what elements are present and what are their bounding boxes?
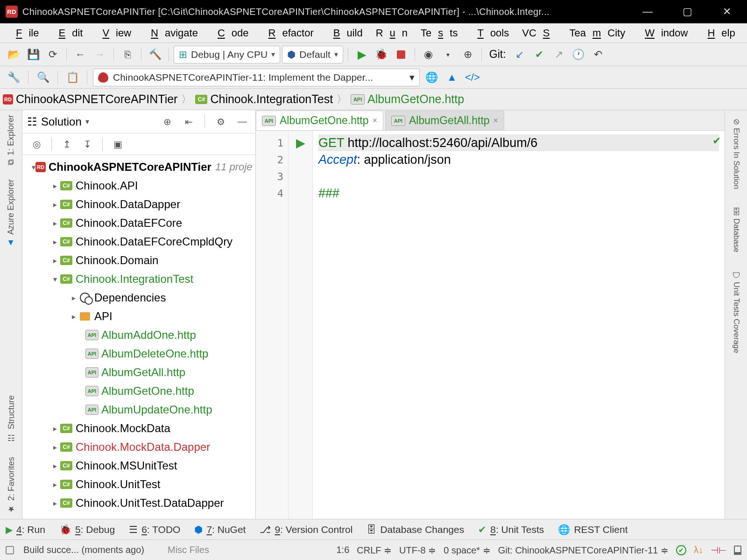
tree-item[interactable]: ▸C#Chinook.UnitTest [22, 475, 255, 494]
git-push-icon[interactable]: ↗ [550, 46, 568, 63]
tool-azure[interactable]: ▲Azure Explorer [6, 179, 16, 248]
run-line-icon[interactable]: ▶ [289, 134, 312, 151]
tool-debug[interactable]: 🐞5: Debug [59, 524, 115, 535]
status-indent[interactable]: 0 space* ≑ [444, 545, 490, 556]
breadcrumb-root[interactable]: RD ChinookASPNETCoreAPINTier [3, 92, 177, 106]
git-revert-icon[interactable]: ↶ [589, 46, 607, 63]
tree-file[interactable]: APIAlbumGetOne.http [22, 382, 255, 400]
menu-window[interactable]: Window [632, 27, 694, 39]
tool-explorer[interactable]: ⧉1: Explorer [6, 115, 16, 165]
stop-icon[interactable] [392, 46, 410, 63]
tree-file[interactable]: APIAlbumDeleteOne.http [22, 344, 255, 363]
menu-help[interactable]: Help [694, 27, 741, 39]
azure-icon[interactable]: ▲ [443, 69, 461, 86]
tool-favorites[interactable]: ★2: Favorites [6, 457, 16, 514]
tree-file[interactable]: APIAlbumUpdateOne.http [22, 400, 255, 419]
tree-item[interactable]: ▸C#Chinook.API [22, 176, 255, 195]
dropdown-icon[interactable]: ▾ [439, 46, 457, 63]
menu-view[interactable]: View [89, 27, 138, 39]
git-update-icon[interactable]: ↙ [511, 46, 529, 63]
tree-file[interactable]: APIAlbumAddOne.http [22, 326, 255, 344]
menu-tools[interactable]: Tools [464, 27, 515, 39]
tab-other[interactable]: API AlbumGetAll.http × [385, 111, 504, 130]
menu-build[interactable]: Build [320, 27, 369, 39]
status-position[interactable]: 1:6 [336, 545, 349, 555]
save-icon[interactable]: 💾 [24, 46, 42, 63]
debug-icon[interactable]: 🐞 [373, 46, 390, 63]
attach-icon[interactable]: ⊕ [459, 46, 477, 63]
run-config-dropdown[interactable]: ChinookASPNETCoreAPINTier-11: Implement … [93, 69, 420, 86]
collapse-icon[interactable]: ⇤ [180, 113, 197, 130]
globe-icon[interactable]: 🌐 [423, 69, 440, 86]
status-git-branch[interactable]: Git: ChinookASPNETCoreAPINTier-11 ≑ [498, 545, 669, 556]
tree-item[interactable]: ▸C#Chinook.DataDapper [22, 195, 255, 214]
menu-code[interactable]: Code [204, 27, 255, 39]
wrench-icon[interactable]: 🔧 [5, 69, 22, 86]
close-tab-icon[interactable]: × [493, 116, 499, 126]
menu-file[interactable]: File [3, 27, 45, 39]
close-tab-icon[interactable]: × [373, 116, 378, 126]
tree-item[interactable]: ▸C#Chinook.DataEFCore [22, 214, 255, 232]
add-icon[interactable]: ⊕ [159, 113, 176, 130]
menu-run[interactable]: Run [369, 27, 414, 39]
tree-item[interactable]: ▸C#Chinook.Domain [22, 251, 255, 270]
tool-nuget[interactable]: ⬢7: NuGet [194, 524, 246, 535]
show-all-icon[interactable]: ▣ [109, 136, 126, 153]
hide-icon[interactable]: — [234, 113, 251, 130]
back-icon[interactable]: ← [71, 46, 89, 63]
breadcrumb-leaf[interactable]: API AlbumGetOne.http [351, 92, 464, 106]
status-line-ending[interactable]: CRLF ≑ [357, 545, 392, 556]
solution-tree[interactable]: ▾RD ChinookASPNETCoreAPINTier 11 proje ▸… [22, 155, 255, 519]
tool-run[interactable]: ▶4: Run [6, 524, 45, 535]
locate-icon[interactable]: ◎ [28, 136, 45, 153]
tool-unit-tests[interactable]: ✔8: Unit Tests [478, 524, 544, 535]
tree-file[interactable]: APIAlbumGetAll.http [22, 363, 255, 382]
target-dropdown[interactable]: ⬢ Default ▾ [282, 46, 343, 63]
tree-item[interactable]: ▸C#Chinook.MSUnitTest [22, 456, 255, 475]
tool-unit-coverage[interactable]: 🛡Unit Tests Coverage [732, 267, 741, 357]
menu-edit[interactable]: Edit [45, 27, 89, 39]
status-bar-icon[interactable]: ⊣⊢ [711, 545, 726, 556]
breadcrumb-mid[interactable]: C# Chinook.IntegrationTest [195, 92, 333, 106]
navigate-to-icon[interactable]: ⎘ [119, 46, 136, 63]
git-commit-icon[interactable]: ✔ [530, 46, 548, 63]
tree-item-deps[interactable]: ▸Dependencies [22, 288, 255, 307]
minimize-button[interactable]: — [628, 0, 668, 23]
tool-todo[interactable]: ☰6: TODO [129, 524, 180, 535]
breakpoint-icon[interactable]: ◉ [420, 46, 437, 63]
tool-database[interactable]: 🗄Database [732, 204, 741, 256]
menu-tests[interactable]: Tests [414, 27, 464, 39]
tool-errors[interactable]: ⊘Errors In Solution [732, 115, 741, 193]
code-editor[interactable]: ✔ GET http://localhost:52460/api/Album/6… [313, 131, 725, 519]
status-inspect-icon[interactable]: λ↓ [694, 545, 703, 555]
lock-icon[interactable] [734, 546, 741, 555]
refresh-icon[interactable]: ⟳ [44, 46, 62, 63]
tree-item[interactable]: ▸C#Chinook.MockData [22, 419, 255, 438]
tree-item[interactable]: ▸C#Chinook.MockData.Dapper [22, 438, 255, 456]
collapse-all-icon[interactable]: ↧ [79, 136, 96, 153]
build-icon[interactable]: 🔨 [146, 46, 164, 63]
search-icon[interactable]: 🔍 [34, 69, 52, 86]
maximize-button[interactable]: ▢ [668, 0, 707, 23]
expand-all-icon[interactable]: ↥ [58, 136, 75, 153]
explorer-title[interactable]: ☷ Solution ▾ [27, 115, 154, 128]
close-button[interactable]: ✕ [707, 0, 747, 23]
menu-refactor[interactable]: Refactor [255, 27, 320, 39]
tool-structure[interactable]: ☷Structure [6, 395, 16, 443]
copy-icon[interactable]: 📋 [63, 69, 81, 86]
tool-db-changes[interactable]: 🗄Database Changes [366, 524, 464, 535]
gear-icon[interactable]: ⚙ [212, 113, 229, 130]
tool-rest[interactable]: 🌐REST Client [558, 524, 627, 535]
tree-item-integration[interactable]: ▾C#Chinook.IntegrationTest [22, 270, 255, 288]
tree-item-api-folder[interactable]: ▸API [22, 307, 255, 326]
menu-teamcity[interactable]: TeamCity [563, 27, 632, 39]
git-history-icon[interactable]: 🕐 [570, 46, 587, 63]
forward-icon[interactable]: → [91, 46, 109, 63]
menu-navigate[interactable]: Navigate [138, 27, 204, 39]
tree-item[interactable]: ▸C#Chinook.DataEFCoreCmpldQry [22, 232, 255, 251]
tree-item[interactable]: ▸C#Chinook.UnitTest.DataDapper [22, 494, 255, 512]
code-icon[interactable]: </> [464, 69, 481, 86]
open-icon[interactable]: 📂 [5, 46, 22, 63]
build-config-dropdown[interactable]: ⊞ Debug | Any CPU ▾ [174, 46, 280, 63]
menu-vcs[interactable]: VCS [515, 27, 563, 39]
